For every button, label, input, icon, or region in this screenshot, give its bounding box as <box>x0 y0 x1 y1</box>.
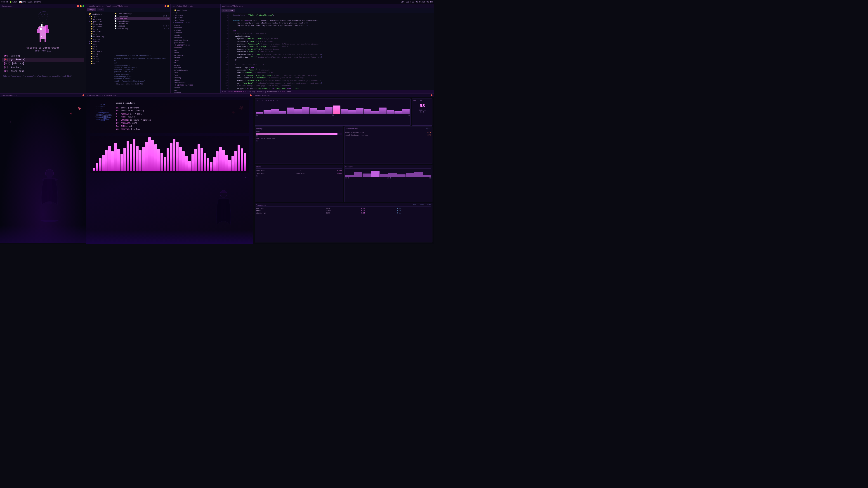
tree-git[interactable]: ▶ 📁 .git <box>86 15 113 18</box>
tree-worklab[interactable]: 📁 worklab <box>86 30 113 33</box>
fm-file-flakelock[interactable]: 📄 flake.lock 27.5 K <box>114 15 170 18</box>
fm-file-license[interactable]: 📄 LICENSE 34.2 K <box>114 25 170 27</box>
tree-user-defaultroam[interactable]: defaultRoamDir <box>171 69 220 71</box>
tree-themes[interactable]: ▶ 📁 themes <box>86 40 113 43</box>
tree-wm[interactable]: 📁 wm <box>86 63 113 65</box>
tree-user-font[interactable]: font <box>171 74 220 76</box>
close-button-fm[interactable] <box>164 5 166 7</box>
close-button-bc[interactable] <box>250 94 252 96</box>
tab-ranger[interactable]: ranger <box>87 8 96 11</box>
close-button-bl[interactable] <box>83 94 84 96</box>
bc-controls <box>250 94 252 96</box>
cpu-side-title: CPU line <box>413 100 431 102</box>
qute-menu-quickmarks[interactable]: [b] [Quickmarks] <box>2 58 84 62</box>
viz-bar-22 <box>160 153 163 171</box>
minimize-button[interactable] <box>80 5 82 7</box>
svg-text:✦: ✦ <box>41 35 42 38</box>
tree-user-editor2[interactable]: editor <box>171 79 220 81</box>
viz-bar-31 <box>188 161 191 171</box>
tree-patches[interactable]: ▶ 📁 patches <box>86 18 113 20</box>
minimize-button-fm[interactable] <box>167 5 169 7</box>
tree-readme-org[interactable]: 📄 README.org <box>86 35 113 38</box>
tree-sys-bootmount[interactable]: bootMountPath <box>171 39 220 41</box>
fm-file-readme[interactable]: 📄 README.org 4.1 K <box>114 27 170 30</box>
tree-wsl[interactable]: 📁 wsl <box>86 33 113 35</box>
qute-menu-newtab[interactable]: [t] [New tab] <box>2 66 84 69</box>
tree-ed-patches[interactable]: ▶ patches <box>171 16 220 19</box>
tree-user-term[interactable]: term <box>171 71 220 74</box>
qute-menu-closetab[interactable]: [x] [Close tab] <box>2 69 84 73</box>
viz-bar-26 <box>173 139 176 171</box>
fm-preview: { description = "Flake of LibrePhoenix";… <box>113 54 170 93</box>
tree-shell[interactable]: 📁 shell <box>86 58 113 60</box>
neofetch-packages: BI| PACKAGES: 3577 <box>116 122 246 125</box>
tree-user-dotfilesdir[interactable]: dotfilesDir <box>171 54 220 57</box>
tree-dotfiles-root[interactable]: ▼ 📁 .dotfiles <box>171 9 220 11</box>
tree-user-browser[interactable]: browser <box>171 66 220 69</box>
tb-wm-icon: ⚙ Tech <box>1 1 8 3</box>
tab-flakenix[interactable]: flake.nix <box>221 9 235 12</box>
tree-user-username[interactable]: username <box>171 46 220 49</box>
fm-file-install-org[interactable]: 📄 install.org <box>114 20 170 22</box>
tree-user-email[interactable]: email <box>171 52 220 54</box>
tab-nvim[interactable]: nvim <box>97 8 104 11</box>
viz-bar-15 <box>139 150 142 171</box>
editor-main-title: .dotfiles/flake.nix <box>222 5 243 7</box>
tree-ed-outputs[interactable]: ▶ outputs <box>171 14 220 16</box>
tree-sys-bootmode[interactable]: bootMode <box>171 36 220 39</box>
tree-pkgs[interactable]: 📁 pkgs <box>86 55 113 58</box>
qute-menu-history[interactable]: [S h] [History] <box>2 62 84 66</box>
tree-sys-profile[interactable]: profile <box>171 29 220 31</box>
tree-ed-git[interactable]: ▶ .git <box>171 11 220 14</box>
qute-menu-search[interactable]: [o] [Search] <box>2 54 84 58</box>
bl-content: ★ ★ ✦ ✦ <box>0 97 86 243</box>
tree-section-sys: ▼ systemSettings <box>171 21 220 24</box>
neofetch-info: emmet @ snowfire WE| emmet @ snowfire OS… <box>116 102 246 131</box>
tree-sys-grub[interactable]: grubDevice <box>171 41 220 44</box>
tree-hardware[interactable]: 📁 hardware <box>86 50 113 53</box>
tree-profiles[interactable]: ▼ 📁 profiles <box>86 20 113 23</box>
tree-lang[interactable]: 📁 lang <box>86 53 113 55</box>
close-button[interactable] <box>77 5 79 7</box>
tree-user-editor[interactable]: editor <box>171 57 220 59</box>
tree-system[interactable]: ▶ 📁 system <box>86 38 113 40</box>
tree-app[interactable]: 📁 app <box>86 45 113 48</box>
fm-file-flakenix[interactable]: 📄 flake.nix 2.2K <box>114 18 170 20</box>
tree-work[interactable]: 📁 work <box>86 28 113 30</box>
tree-style[interactable]: 📁 style <box>86 60 113 63</box>
tree-bin[interactable]: 📁 bin <box>86 48 113 50</box>
tree-sys-system[interactable]: system <box>171 24 220 26</box>
tree-user[interactable]: ▼ 📁 user <box>86 43 113 45</box>
tree-user-theme[interactable]: theme <box>171 59 220 61</box>
viz-bar-8 <box>117 149 120 171</box>
neofetch-divider <box>116 106 246 106</box>
fm-file-tempsettings[interactable]: 📁 Temp-Settings <box>114 12 170 15</box>
tree-user-spawneditor[interactable]: spawnEditor <box>171 81 220 84</box>
tree-home-lab[interactable]: 📁 home.lab <box>86 23 113 25</box>
tree-user-wmtype[interactable]: wmType <box>171 64 220 66</box>
tree-np-system[interactable]: system <box>171 87 220 89</box>
viz-bar-35 <box>200 148 203 171</box>
neofetch-shell: MA| SHELL: zsh <box>116 125 246 128</box>
tree-sys-hostname[interactable]: hostname <box>171 26 220 29</box>
tree-np-patches[interactable]: patches <box>171 92 220 93</box>
viz-bar-13 <box>133 139 135 171</box>
svg-point-19 <box>40 220 59 222</box>
tree-ed-profiles[interactable]: ▶ profiles <box>171 19 220 21</box>
tree-user-wm[interactable]: wm <box>171 61 220 64</box>
sysmon-titlebar: System Monitor <box>253 94 434 97</box>
tree-np-name[interactable]: name <box>171 89 220 92</box>
close-button-sm[interactable] <box>431 94 432 96</box>
visualizer-box <box>90 136 249 173</box>
tree-user-fontpkg[interactable]: fontPkg <box>171 76 220 79</box>
tree-personal[interactable]: 📁 personal <box>86 25 113 28</box>
maximize-button[interactable] <box>83 5 84 7</box>
tree-sys-timezone[interactable]: timezone <box>171 31 220 34</box>
qute-url-bar: file:///home/emmet/.browser/Tech/config/… <box>2 75 84 77</box>
memory-bar <box>256 133 342 135</box>
tree-user-name[interactable]: name <box>171 49 220 52</box>
status-branch: main <box>287 91 291 93</box>
fm-file-install-sh[interactable]: 📄 install.sh <box>114 22 170 25</box>
tree-dotfiles[interactable]: ▼ 📁 .dotfiles <box>86 13 113 15</box>
tree-sys-locale[interactable]: locale <box>171 34 220 36</box>
